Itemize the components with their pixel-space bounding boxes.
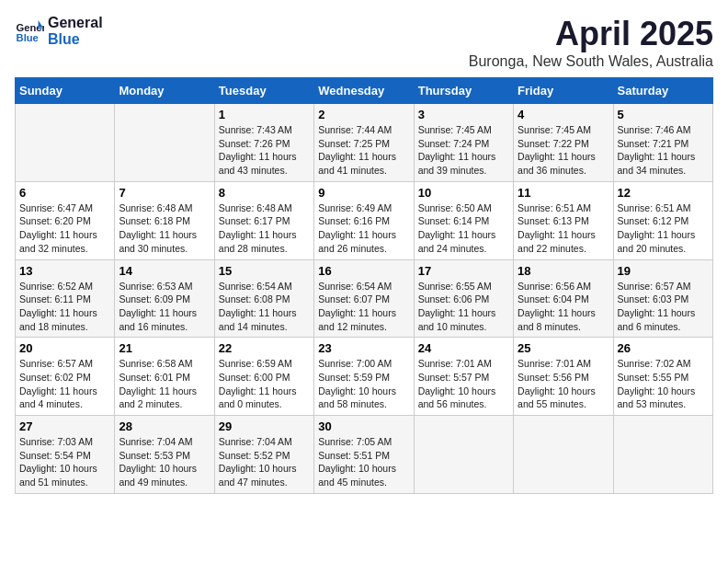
day-number: 26 [618,341,709,355]
day-number: 4 [518,108,609,121]
day-info: Sunrise: 7:05 AM Sunset: 5:51 PM Dayligh… [318,435,409,489]
calendar-week-row-3: 13Sunrise: 6:52 AM Sunset: 6:11 PM Dayli… [16,259,713,338]
day-info: Sunrise: 6:58 AM Sunset: 6:01 PM Dayligh… [119,357,210,411]
calendar-week-row-2: 6Sunrise: 6:47 AM Sunset: 6:20 PM Daylig… [16,181,713,259]
day-info: Sunrise: 7:01 AM Sunset: 5:57 PM Dayligh… [418,357,509,411]
calendar-cell-2-7: 12Sunrise: 6:51 AM Sunset: 6:12 PM Dayli… [613,181,712,259]
calendar-cell-5-3: 29Sunrise: 7:04 AM Sunset: 5:52 PM Dayli… [214,416,313,494]
day-number: 10 [418,186,509,200]
day-number: 8 [219,186,310,200]
month-title: April 2025 [469,15,713,53]
day-info: Sunrise: 6:48 AM Sunset: 6:18 PM Dayligh… [119,201,210,256]
day-info: Sunrise: 6:59 AM Sunset: 6:00 PM Dayligh… [219,357,310,411]
calendar-cell-4-6: 25Sunrise: 7:01 AM Sunset: 5:56 PM Dayli… [514,338,613,416]
calendar-cell-4-4: 23Sunrise: 7:00 AM Sunset: 5:59 PM Dayli… [314,338,414,416]
calendar-week-row-1: 1Sunrise: 7:43 AM Sunset: 7:26 PM Daylig… [16,104,713,182]
day-number: 16 [318,264,409,278]
day-info: Sunrise: 7:44 AM Sunset: 7:25 PM Dayligh… [318,123,409,178]
location-title: Buronga, New South Wales, Australia [469,53,713,70]
day-info: Sunrise: 6:48 AM Sunset: 6:17 PM Dayligh… [219,201,310,256]
weekday-header-thursday: Thursday [414,78,513,104]
day-info: Sunrise: 6:53 AM Sunset: 6:09 PM Dayligh… [119,280,210,334]
calendar-cell-1-7: 5Sunrise: 7:46 AM Sunset: 7:21 PM Daylig… [613,104,712,182]
calendar-cell-4-3: 22Sunrise: 6:59 AM Sunset: 6:00 PM Dayli… [214,338,313,416]
day-info: Sunrise: 7:00 AM Sunset: 5:59 PM Dayligh… [318,357,409,411]
svg-text:Blue: Blue [17,32,39,43]
calendar-cell-4-7: 26Sunrise: 7:02 AM Sunset: 5:55 PM Dayli… [613,338,712,416]
day-number: 22 [219,341,310,355]
day-number: 3 [418,108,509,121]
day-number: 5 [618,108,709,121]
day-number: 19 [618,264,709,278]
calendar-cell-2-3: 8Sunrise: 6:48 AM Sunset: 6:17 PM Daylig… [214,181,313,259]
calendar-cell-2-2: 7Sunrise: 6:48 AM Sunset: 6:18 PM Daylig… [115,181,214,259]
weekday-header-saturday: Saturday [613,78,712,104]
day-number: 2 [318,108,409,121]
day-number: 18 [518,264,609,278]
calendar-cell-2-1: 6Sunrise: 6:47 AM Sunset: 6:20 PM Daylig… [16,181,115,259]
calendar-cell-1-4: 2Sunrise: 7:44 AM Sunset: 7:25 PM Daylig… [314,104,414,182]
calendar-cell-3-7: 19Sunrise: 6:57 AM Sunset: 6:03 PM Dayli… [613,259,712,338]
day-info: Sunrise: 7:01 AM Sunset: 5:56 PM Dayligh… [518,357,609,411]
day-info: Sunrise: 7:45 AM Sunset: 7:24 PM Dayligh… [418,123,509,178]
day-info: Sunrise: 6:57 AM Sunset: 6:02 PM Dayligh… [19,357,110,411]
calendar-cell-5-7 [613,416,712,494]
calendar-table: SundayMondayTuesdayWednesdayThursdayFrid… [15,77,713,494]
day-number: 15 [219,264,310,278]
calendar-cell-5-4: 30Sunrise: 7:05 AM Sunset: 5:51 PM Dayli… [314,416,414,494]
calendar-cell-1-2 [115,104,214,182]
day-info: Sunrise: 6:51 AM Sunset: 6:13 PM Dayligh… [518,201,609,256]
weekday-header-tuesday: Tuesday [214,78,313,104]
day-number: 1 [219,108,310,121]
day-info: Sunrise: 6:52 AM Sunset: 6:11 PM Dayligh… [19,280,110,334]
day-number: 21 [119,341,210,355]
weekday-header-monday: Monday [115,78,214,104]
day-number: 29 [219,419,310,433]
day-info: Sunrise: 7:43 AM Sunset: 7:26 PM Dayligh… [219,123,310,178]
day-number: 23 [318,341,409,355]
calendar-cell-5-1: 27Sunrise: 7:03 AM Sunset: 5:54 PM Dayli… [16,416,115,494]
day-number: 17 [418,264,509,278]
day-info: Sunrise: 7:04 AM Sunset: 5:53 PM Dayligh… [119,435,210,489]
calendar-cell-5-6 [514,416,613,494]
calendar-cell-3-6: 18Sunrise: 6:56 AM Sunset: 6:04 PM Dayli… [514,259,613,338]
day-number: 28 [119,419,210,433]
calendar-cell-1-1 [16,104,115,182]
day-info: Sunrise: 6:54 AM Sunset: 6:07 PM Dayligh… [318,280,409,334]
day-info: Sunrise: 7:02 AM Sunset: 5:55 PM Dayligh… [618,357,709,411]
day-number: 7 [119,186,210,200]
day-number: 6 [19,186,110,200]
calendar-cell-2-5: 10Sunrise: 6:50 AM Sunset: 6:14 PM Dayli… [414,181,513,259]
day-info: Sunrise: 6:49 AM Sunset: 6:16 PM Dayligh… [318,201,409,256]
calendar-cell-3-1: 13Sunrise: 6:52 AM Sunset: 6:11 PM Dayli… [16,259,115,338]
calendar-cell-3-4: 16Sunrise: 6:54 AM Sunset: 6:07 PM Dayli… [314,259,414,338]
calendar-cell-2-6: 11Sunrise: 6:51 AM Sunset: 6:13 PM Dayli… [514,181,613,259]
calendar-cell-3-2: 14Sunrise: 6:53 AM Sunset: 6:09 PM Dayli… [115,259,214,338]
calendar-cell-5-2: 28Sunrise: 7:04 AM Sunset: 5:53 PM Dayli… [115,416,214,494]
calendar-cell-4-2: 21Sunrise: 6:58 AM Sunset: 6:01 PM Dayli… [115,338,214,416]
logo: General Blue General Blue [15,15,103,48]
day-number: 24 [418,341,509,355]
calendar-cell-1-5: 3Sunrise: 7:45 AM Sunset: 7:24 PM Daylig… [414,104,513,182]
day-info: Sunrise: 6:47 AM Sunset: 6:20 PM Dayligh… [19,201,110,256]
calendar-cell-1-3: 1Sunrise: 7:43 AM Sunset: 7:26 PM Daylig… [214,104,313,182]
calendar-cell-2-4: 9Sunrise: 6:49 AM Sunset: 6:16 PM Daylig… [314,181,414,259]
day-info: Sunrise: 6:56 AM Sunset: 6:04 PM Dayligh… [518,280,609,334]
weekday-header-wednesday: Wednesday [314,78,414,104]
day-info: Sunrise: 7:46 AM Sunset: 7:21 PM Dayligh… [618,123,709,178]
calendar-week-row-4: 20Sunrise: 6:57 AM Sunset: 6:02 PM Dayli… [16,338,713,416]
header: General Blue General Blue April 2025 Bur… [15,15,713,70]
day-info: Sunrise: 6:57 AM Sunset: 6:03 PM Dayligh… [618,280,709,334]
day-number: 25 [518,341,609,355]
day-number: 14 [119,264,210,278]
day-number: 13 [19,264,110,278]
day-number: 27 [19,419,110,433]
day-number: 11 [518,186,609,200]
calendar-cell-5-5 [414,416,513,494]
calendar-cell-1-6: 4Sunrise: 7:45 AM Sunset: 7:22 PM Daylig… [514,104,613,182]
day-info: Sunrise: 6:50 AM Sunset: 6:14 PM Dayligh… [418,201,509,256]
day-info: Sunrise: 7:04 AM Sunset: 5:52 PM Dayligh… [219,435,310,489]
weekday-header-sunday: Sunday [16,78,115,104]
weekday-header-row: SundayMondayTuesdayWednesdayThursdayFrid… [16,78,713,104]
day-number: 20 [19,341,110,355]
